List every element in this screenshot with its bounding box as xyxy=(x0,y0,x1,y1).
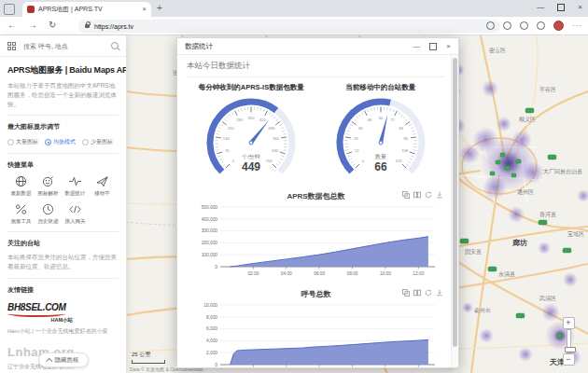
svg-text:48: 48 xyxy=(367,117,371,122)
area-chart-callsigns: 02,0004,0006,0008,00010,00002:0004:0006:… xyxy=(187,299,445,367)
window-minimize-icon[interactable]: — xyxy=(537,4,544,11)
toolbar-extension-icon[interactable] xyxy=(537,21,545,30)
radio-few-icons[interactable]: 少量图标 xyxy=(82,138,113,146)
map-scale-label: 25 公里 xyxy=(132,351,165,359)
toolbox-stack-icon[interactable] xyxy=(402,191,410,199)
map-zoom-slider[interactable] xyxy=(567,329,571,353)
address-bar[interactable]: https://aprs.tv xyxy=(78,20,500,33)
svg-text:06:00: 06:00 xyxy=(314,271,325,276)
svg-text:10,000: 10,000 xyxy=(203,303,217,308)
back-icon[interactable]: ← xyxy=(7,20,17,30)
bh8sel-logo-sub: HAM小站 xyxy=(7,317,73,324)
svg-text:0: 0 xyxy=(361,159,364,163)
toolbox-tile-icon[interactable] xyxy=(413,289,421,297)
map-city-label: 大厂回族自治县 xyxy=(543,168,582,176)
map-city-label: 香河县 xyxy=(539,211,556,219)
gauge-moving-stations: 01224364860728496108120数量66 xyxy=(317,92,444,189)
bh8sel-logo: BH8SEL.COM xyxy=(7,302,119,312)
svg-text:84: 84 xyxy=(399,126,403,131)
search-input[interactable] xyxy=(21,42,105,50)
chevron-up-icon xyxy=(46,357,52,364)
profile-avatar[interactable] xyxy=(553,21,564,31)
radio-many-icons[interactable]: 大量图标 xyxy=(7,138,38,146)
toolbar-extension-icon[interactable] xyxy=(503,21,511,30)
map-zoom-out-button[interactable]: − xyxy=(563,353,575,366)
map-city-label: 永清县 xyxy=(498,270,515,279)
tab-title: APRS地图 | APRS.TV xyxy=(38,5,138,14)
svg-text:70: 70 xyxy=(225,148,230,153)
modal-scrollbar[interactable] xyxy=(451,55,458,367)
svg-text:2,000: 2,000 xyxy=(206,351,217,355)
sidebar-search-row xyxy=(0,35,126,57)
code-icon xyxy=(69,203,81,215)
chart-toolbox xyxy=(402,289,443,297)
area-chart-packets: 0100,000200,000300,000400,000500,00002:0… xyxy=(187,201,445,287)
svg-text:个/分钟: 个/分钟 xyxy=(241,153,260,159)
quick-item-statistics[interactable]: 数据统计 xyxy=(62,175,89,197)
browser-menu-icon[interactable]: ··· xyxy=(572,21,582,30)
map-zoom-control: + − xyxy=(562,317,575,366)
svg-text:400,000: 400,000 xyxy=(202,217,218,222)
map-scale: 25 公里 xyxy=(132,351,165,364)
toolbox-download-icon[interactable] xyxy=(436,191,443,199)
hide-panel-button[interactable]: 隐藏面板 xyxy=(38,352,89,367)
toolbox-restore-icon[interactable] xyxy=(425,289,432,297)
svg-text:560: 560 xyxy=(273,136,280,141)
quick-menu-title: 快捷菜单 xyxy=(7,160,119,170)
grid-icon[interactable] xyxy=(7,42,16,50)
radio-balanced-mode[interactable]: 均衡模式 xyxy=(45,138,76,146)
chart-toolbox xyxy=(402,191,443,199)
toolbox-tile-icon[interactable] xyxy=(413,191,421,199)
toolbox-download-icon[interactable] xyxy=(436,289,443,297)
search-icon[interactable] xyxy=(111,42,119,49)
intro-text: 本站致力于基于百度地图的中文APRS地图服务，给您创造一个全新的极速浏览体验。 xyxy=(7,81,119,108)
gauge-packets-per-minute: 070140210280350420490560630700个/分钟449 xyxy=(188,92,315,189)
radio-icon xyxy=(7,139,14,145)
svg-text:210: 210 xyxy=(228,126,235,131)
modal-minimize-icon[interactable]: — xyxy=(413,43,420,50)
svg-text:66: 66 xyxy=(374,160,387,173)
svg-text:0: 0 xyxy=(215,363,217,367)
quick-item-latest-data[interactable]: 最新数据 xyxy=(7,175,35,197)
window-close-icon[interactable]: × xyxy=(578,4,582,11)
map-zoom-in-button[interactable]: + xyxy=(563,317,575,329)
chart-block-packets: APRS数据包总数 0100,000200,000300,000400,0005… xyxy=(187,191,445,287)
pulse-icon xyxy=(69,175,81,187)
browser-tab[interactable]: APRS地图 | APRS.TV × xyxy=(22,2,151,17)
window-maximize-icon[interactable] xyxy=(557,4,565,11)
new-tab-button[interactable]: + xyxy=(157,3,162,13)
modal-header[interactable]: 数据统计 — × xyxy=(177,38,458,55)
quick-item-icon-parse[interactable]: 图标解析 xyxy=(35,175,62,197)
svg-text:72: 72 xyxy=(390,117,395,122)
reload-icon[interactable]: ↻ xyxy=(49,20,56,30)
tab-close-icon[interactable]: × xyxy=(142,6,147,13)
svg-text:12:00: 12:00 xyxy=(413,271,424,276)
map-scale-bar xyxy=(132,360,165,364)
toolbar-extension-icon[interactable] xyxy=(520,21,528,30)
svg-text:700: 700 xyxy=(266,159,273,163)
quick-item-gateway[interactable]: 接入网关 xyxy=(62,203,89,225)
quick-item-history-track[interactable]: 历史轨迹 xyxy=(35,203,62,225)
toolbox-restore-icon[interactable] xyxy=(425,191,432,199)
gauge-title-moving: 当前移动中的台站数量 xyxy=(345,83,415,92)
modal-maximize-icon[interactable] xyxy=(429,43,437,50)
page-title: APRS地图服务 | Baidu Maps APRS xyxy=(7,64,119,76)
svg-text:490: 490 xyxy=(269,126,276,131)
svg-text:350: 350 xyxy=(248,116,256,120)
quick-item-measure-tool[interactable]: 测量工具 xyxy=(7,203,35,225)
map-zoom-handle[interactable] xyxy=(565,347,576,352)
toolbox-stack-icon[interactable] xyxy=(402,289,410,297)
modal-title: 数据统计 xyxy=(185,42,413,51)
svg-text:08:00: 08:00 xyxy=(347,271,358,276)
link-bh8sel[interactable]: BH8SEL.COM HAM小站 Ham小站 | 一个业余无线电爱好者的小窝 xyxy=(7,302,119,336)
tab-list-icon[interactable] xyxy=(4,4,15,15)
svg-text:120: 120 xyxy=(395,159,402,163)
forward-icon[interactable]: → xyxy=(28,20,37,30)
map-city-label: 通州区 xyxy=(517,188,534,197)
modal-scrollbar-thumb[interactable] xyxy=(453,58,457,347)
quick-item-moving[interactable]: 移动中 xyxy=(89,175,116,197)
gauge-title-packets: 每分钟收到的APRS-IS数据包数量 xyxy=(199,83,304,92)
toolbar-extension-icon[interactable] xyxy=(486,21,495,30)
clock-icon xyxy=(42,203,54,215)
modal-close-icon[interactable]: × xyxy=(446,43,451,50)
